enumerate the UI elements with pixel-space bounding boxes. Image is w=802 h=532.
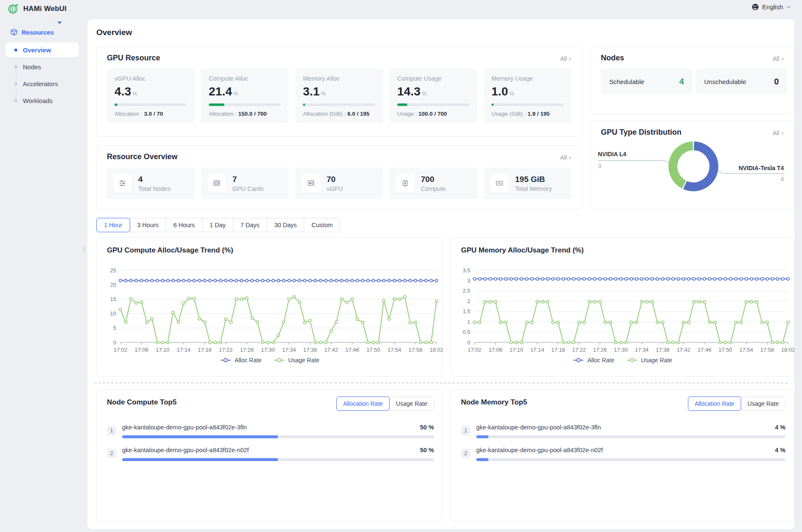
- svg-text:17:26: 17:26: [240, 347, 254, 353]
- sidebar-collapse-handle[interactable]: [84, 246, 85, 253]
- svg-text:0: 0: [113, 339, 116, 346]
- resource-label: vGPU: [327, 185, 343, 192]
- stat-unit: %: [233, 90, 238, 97]
- time-range-6-hours[interactable]: 6 Hours: [166, 218, 202, 232]
- svg-text:17:54: 17:54: [739, 347, 753, 353]
- node-name: gke-kantaloupe-demo-gpu-pool-a843f02e-n0…: [122, 447, 249, 453]
- language-selector[interactable]: English: [752, 3, 791, 11]
- svg-text:18:02: 18:02: [430, 347, 443, 353]
- svg-text:18:02: 18:02: [781, 347, 795, 353]
- svg-text:25: 25: [110, 267, 116, 274]
- stat-progress-fill: [397, 103, 407, 106]
- legend-marker-icon: [273, 358, 285, 363]
- gpu-type-distribution-card: GPU Type Distribution All› NVIDIA L4 3 N…: [590, 121, 794, 210]
- cpu-chip-icon: [401, 179, 409, 187]
- resource-overview-title: Resource Overview: [107, 152, 177, 161]
- time-range-3-hours[interactable]: 3 Hours: [130, 218, 166, 232]
- sidebar-item-overview[interactable]: Overview: [5, 42, 79, 57]
- stat-progress-fill: [491, 103, 494, 106]
- stat-value: 14.3: [397, 85, 420, 98]
- usage-rate-button[interactable]: Usage Rate: [389, 396, 434, 411]
- stat-progress-track: [491, 103, 564, 106]
- legend-alloc-rate[interactable]: Alloc Rate: [220, 357, 262, 364]
- svg-text:5: 5: [113, 325, 116, 331]
- schedulable-label: Schedulable: [609, 78, 644, 85]
- donut-leader-line-left: [598, 160, 669, 163]
- svg-text:17:06: 17:06: [488, 347, 502, 353]
- svg-text:3: 3: [467, 277, 470, 284]
- nodes-all-link[interactable]: All›: [773, 55, 784, 62]
- allocation-rate-button[interactable]: Allocation Rate: [688, 396, 741, 411]
- resource-overview-tile: 195 GiB Total Memory: [484, 168, 571, 199]
- donut-value-nvidia-tesla-t4: 4: [780, 176, 784, 182]
- svg-text:15: 15: [110, 296, 116, 302]
- resource-icon-box: [396, 174, 415, 193]
- svg-text:17:50: 17:50: [718, 347, 732, 353]
- globe-icon: [752, 3, 759, 11]
- time-range-7-days[interactable]: 7 Days: [233, 218, 267, 232]
- nodes-card: Nodes All› Schedulable 4 Unschedulable 0: [590, 46, 794, 114]
- svg-text:0: 0: [467, 339, 470, 346]
- all-label: All: [773, 55, 780, 62]
- item-dot-icon: [14, 49, 17, 52]
- resource-overview-tile: 4 Total Nodes: [107, 168, 194, 199]
- stat-progress-track: [115, 103, 187, 106]
- svg-text:17:06: 17:06: [135, 347, 149, 353]
- stat-unit: %: [422, 90, 427, 97]
- sidebar-group-resources[interactable]: Resources: [10, 26, 54, 38]
- stat-detail: Allocation : 3.0 / 70: [115, 111, 187, 117]
- sidebar-item-label: Workloads: [23, 97, 53, 104]
- stat-value: 21.4: [209, 85, 232, 98]
- node-compute-top5-rows: 1 gke-kantaloupe-demo-gpu-pool-a843f02e-…: [107, 423, 434, 468]
- sidebar-item-label: Overview: [23, 46, 51, 54]
- stat-label: Compute Alloc: [209, 75, 281, 82]
- svg-text:17:34: 17:34: [635, 347, 649, 353]
- time-range-custom[interactable]: Custom: [304, 218, 340, 232]
- node-progress-fill: [122, 435, 278, 438]
- chevron-right-icon: ›: [569, 56, 571, 61]
- node-progress-track: [476, 458, 786, 461]
- svg-text:17:26: 17:26: [593, 347, 607, 353]
- resource-overview-card: Resource Overview All› 4 Total Nodes 7 G…: [96, 145, 582, 209]
- svg-text:17:10: 17:10: [155, 347, 169, 353]
- node-compute-top5-card: Node Compute Top5 Allocation Rate Usage …: [96, 389, 443, 521]
- top-bar: HAMi WebUI English: [0, 0, 802, 17]
- stat-value: 3.1: [303, 85, 320, 98]
- all-label: All: [560, 154, 567, 161]
- gpu-stat-tile: Compute Usage 14.3% Usage : 100.0 / 700: [390, 69, 477, 123]
- resource-value: 4: [138, 175, 171, 184]
- main-panel: Overview GPU Resource All› vGPU Alloc 4.…: [87, 19, 794, 529]
- time-range-1-hour[interactable]: 1 Hour: [96, 218, 130, 232]
- resource-overview-all-link[interactable]: All›: [560, 154, 571, 161]
- top5-row: 1 gke-kantaloupe-demo-gpu-pool-a843f02e-…: [461, 423, 786, 438]
- allocation-rate-button[interactable]: Allocation Rate: [336, 396, 390, 411]
- svg-text:17:58: 17:58: [760, 347, 774, 353]
- unschedulable-tile: Unschedulable 0: [696, 69, 788, 94]
- legend-usage-rate[interactable]: Usage Rate: [273, 357, 319, 364]
- caret-down-icon[interactable]: [57, 22, 62, 24]
- sidebar-item-accelerators[interactable]: Accelerators: [5, 76, 79, 91]
- gpu-resource-card: GPU Resource All› vGPU Alloc 4.3% Alloca…: [96, 46, 582, 137]
- svg-text:17:46: 17:46: [345, 347, 359, 353]
- resource-icon-box: [302, 174, 320, 193]
- svg-text:17:22: 17:22: [572, 347, 586, 353]
- gpu-resource-all-link[interactable]: All›: [560, 55, 571, 62]
- sidebar-item-workloads[interactable]: Workloads: [5, 93, 79, 108]
- node-memory-top5-card: Node Memory Top5 Allocation Rate Usage R…: [450, 389, 794, 521]
- rank-badge: 1: [107, 426, 116, 435]
- usage-rate-button[interactable]: Usage Rate: [741, 396, 786, 411]
- node-percent: 50 %: [420, 447, 434, 453]
- stat-label: Memory Usage: [491, 75, 564, 82]
- sidebar: Resources OverviewNodesAcceleratorsWorkl…: [0, 17, 87, 532]
- legend-label: Alloc Rate: [235, 357, 262, 364]
- time-range-1-day[interactable]: 1 Day: [202, 218, 233, 232]
- top5-row: 1 gke-kantaloupe-demo-gpu-pool-a843f02e-…: [107, 423, 434, 438]
- legend-usage-rate[interactable]: Usage Rate: [626, 357, 672, 364]
- node-progress-track: [476, 435, 786, 438]
- time-range-30-days[interactable]: 30 Days: [267, 218, 304, 232]
- sidebar-item-nodes[interactable]: Nodes: [5, 59, 79, 74]
- svg-text:17:30: 17:30: [614, 347, 628, 353]
- svg-text:17:14: 17:14: [530, 347, 544, 353]
- legend-alloc-rate[interactable]: Alloc Rate: [573, 357, 614, 364]
- all-label: All: [560, 55, 567, 62]
